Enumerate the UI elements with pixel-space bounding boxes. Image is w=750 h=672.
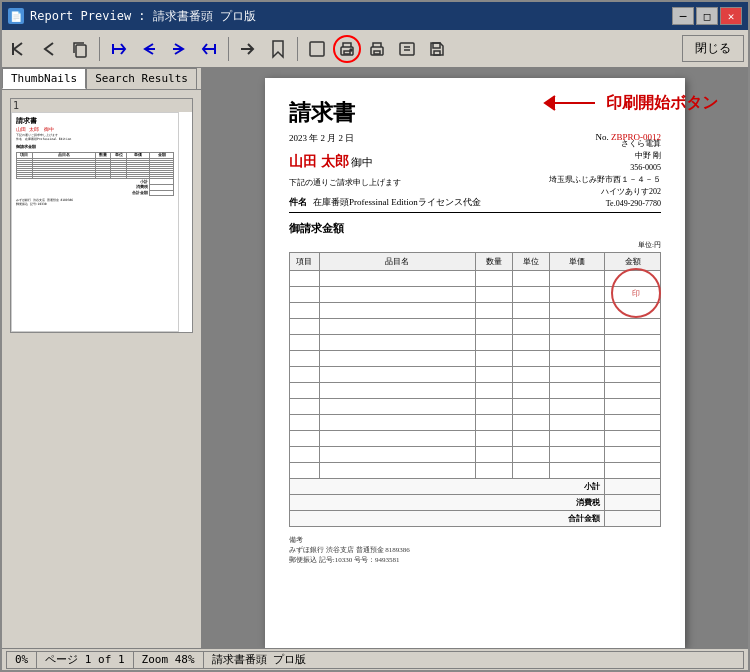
subtotal-value [605,479,661,495]
nav-right-button[interactable] [165,35,193,63]
nav-left-button[interactable] [135,35,163,63]
svg-rect-10 [310,42,324,56]
separator-1 [99,37,100,61]
close-window-button[interactable]: ✕ [720,7,742,25]
annotation-arrow-svg [540,88,600,118]
svg-rect-20 [433,43,440,48]
table-row [290,447,661,463]
svg-rect-1 [76,45,86,57]
mini-postal: 郵便振込 記号:10330 [16,203,174,207]
prev-page-button[interactable] [36,35,64,63]
tab-search-results[interactable]: Search Results [86,68,197,89]
preview-area: 印刷開始ボタン 請求書 2023 年 2 月 2 日 No. ZBPRO-001… [202,68,748,648]
nav-start-button[interactable] [105,35,133,63]
main-area: ThumbNails Search Results 1 請求書 山田 太郎 御中… [2,68,748,648]
status-product: 請求書番頭 プロ版 [204,651,744,669]
mini-customer: 山田 太郎 御中 [16,126,174,133]
status-page: ページ 1 of 1 [37,651,133,669]
invoice-seal: 印 [611,268,661,318]
app-icon: 📄 [8,8,24,24]
annotation-text: 印刷開始ボタン [606,93,718,114]
mini-section: 御請求金額 [16,144,174,149]
status-zoom: Zoom 48% [134,651,204,669]
left-panel: ThumbNails Search Results 1 請求書 山田 太郎 御中… [2,68,202,648]
export-button[interactable] [393,35,421,63]
table-row [290,431,661,447]
thumb-image: 請求書 山田 太郎 御中 下記の通りご請求申し上げます 件名 在庫番頭Profe… [11,112,179,332]
status-bar: 0% ページ 1 of 1 Zoom 48% 請求書番頭 プロ版 [2,648,748,670]
invoice-unit-note: 単位:円 [289,240,661,250]
table-row [290,287,661,303]
col-header-price: 単価 [549,253,605,271]
close-toolbar-button[interactable]: 閉じる [682,35,744,62]
invoice-section-title: 御請求金額 [289,221,661,236]
table-row [290,463,661,479]
mini-table: 項目 品目名 数量 単位 単価 金額 [16,152,174,197]
thumb-page-number: 1 [11,99,192,112]
annotation: 印刷開始ボタン [540,88,718,118]
address2: ハイツありす202 [549,186,661,198]
print2-button[interactable] [363,35,391,63]
invoice-company-block: さくら電算 中野 剛 356-0005 埼玉県ふじみ野市西１－４－５ ハイツあり… [549,138,661,210]
mini-invoice: 請求書 山田 太郎 御中 下記の通りご請求申し上げます 件名 在庫番頭Profe… [12,113,178,331]
col-header-name: 品目名 [319,253,475,271]
svg-rect-12 [344,51,350,54]
table-row [290,399,661,415]
tax-row: 消費税 [290,495,661,511]
separator-3 [297,37,298,61]
invoice-date-block: 2023 年 2 月 2 日 [289,132,354,145]
invoice-honorific: 御中 [351,156,373,168]
svg-marker-9 [273,41,283,57]
subtotal-row: 小計 [290,479,661,495]
mini-title: 請求書 [16,117,174,126]
invoice-footer: 備考 みずほ銀行 渋谷支店 普通預金 8189386 郵便振込 記号:10330… [289,535,661,565]
tax-value [605,495,661,511]
print-button[interactable] [333,35,361,63]
square-button[interactable] [303,35,331,63]
contact-name: 中野 剛 [549,150,661,162]
invoice-customer-name: 山田 太郎 [289,154,349,169]
invoice-subject-value: 在庫番頭Professinal Editionライセンス代金 [313,196,481,209]
table-row [290,383,661,399]
invoice-date: 2023 年 2 月 2 日 [289,133,354,143]
thumbnail-page-1[interactable]: 1 請求書 山田 太郎 御中 下記の通りご請求申し上げます 件名 在庫番頭Pro… [10,98,193,333]
table-row [290,335,661,351]
table-row [290,319,661,335]
subtotal-label: 小計 [290,479,605,495]
save-button[interactable] [423,35,451,63]
toolbar: 閉じる [2,30,748,68]
maximize-button[interactable]: □ [696,7,718,25]
nav-end-button[interactable] [195,35,223,63]
col-header-qty: 数量 [475,253,512,271]
invoice-document: 請求書 2023 年 2 月 2 日 No. ZBPRO-0012 山田 太郎 … [265,78,685,648]
arrow-button[interactable] [234,35,262,63]
postal-code: 356-0005 [549,162,661,174]
svg-rect-16 [400,43,414,55]
total-value [605,511,661,527]
invoice-subject-label: 件名 [289,196,307,209]
col-header-unit: 単位 [512,253,549,271]
tab-thumbnails[interactable]: ThumbNails [2,68,86,89]
table-row [290,415,661,431]
total-label: 合計金額 [290,511,605,527]
table-row [290,303,661,319]
col-header-item: 項目 [290,253,320,271]
seal-text: 印 [632,288,640,299]
copy-button[interactable] [66,35,94,63]
bank-info: みずほ銀行 渋谷支店 普通預金 8189386 [289,545,661,555]
table-row [290,351,661,367]
company-name: さくら電算 [549,138,661,150]
svg-rect-15 [374,51,380,54]
table-row [290,367,661,383]
title-bar: 📄 Report Preview : 請求書番頭 プロ版 ─ □ ✕ [2,2,748,30]
footer-note-label: 備考 [289,535,661,545]
invoice-table: 項目 品目名 数量 単位 単価 金額 [289,252,661,527]
bookmark-button[interactable] [264,35,292,63]
table-row [290,271,661,287]
address1: 埼玉県ふじみ野市西１－４－５ [549,174,661,186]
first-page-button[interactable] [6,35,34,63]
mini-subject: 件名 在庫番頭Professinal Edition [16,138,174,142]
thumbnails-area[interactable]: 1 請求書 山田 太郎 御中 下記の通りご請求申し上げます 件名 在庫番頭Pro… [2,90,201,648]
tabs-row: ThumbNails Search Results [2,68,201,90]
minimize-button[interactable]: ─ [672,7,694,25]
